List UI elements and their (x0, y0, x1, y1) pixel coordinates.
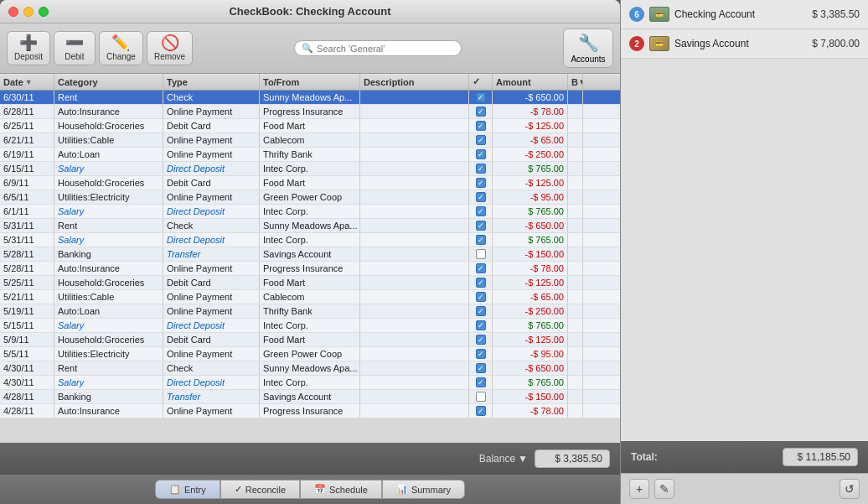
tab-bar: 📋 Entry ✓ Reconcile 📅 Schedule 📊 Summary (0, 475, 620, 504)
table-row[interactable]: 6/15/11 Salary Direct Deposit Intec Corp… (0, 162, 620, 176)
search-box[interactable]: 🔍 (294, 40, 462, 56)
close-button[interactable] (8, 7, 18, 17)
deposit-button[interactable]: ➕ Deposit (7, 31, 50, 65)
checkbox[interactable] (476, 249, 486, 259)
cell-checkbox[interactable] (469, 176, 493, 190)
checkbox[interactable] (476, 149, 486, 159)
cell-checkbox[interactable] (469, 205, 493, 218)
table-row[interactable]: 5/28/11 Banking Transfer Savings Account… (0, 247, 620, 262)
cell-checkbox[interactable] (469, 404, 493, 418)
tab-schedule[interactable]: 📅 Schedule (300, 480, 382, 499)
table-row[interactable]: 6/19/11 Auto:Loan Online Payment Thrifty… (0, 148, 620, 162)
tab-entry[interactable]: 📋 Entry (155, 480, 220, 499)
cell-checkbox[interactable] (469, 304, 493, 318)
change-button[interactable]: ✏️ Change (99, 31, 143, 65)
cell-checkbox[interactable] (469, 219, 493, 232)
accounts-button[interactable]: 🔧 Accounts (563, 29, 613, 68)
table-row[interactable]: 5/9/11 Household:Groceries Debit Card Fo… (0, 333, 620, 347)
checkbox[interactable] (476, 406, 486, 416)
table-row[interactable]: 6/9/11 Household:Groceries Debit Card Fo… (0, 176, 620, 190)
checkbox[interactable] (476, 263, 486, 273)
checkbox[interactable] (476, 235, 486, 245)
table-row[interactable]: 4/30/11 Rent Check Sunny Meadows Apa... … (0, 361, 620, 376)
header-check[interactable]: ✓ (469, 74, 493, 90)
checkbox[interactable] (476, 292, 486, 302)
table-row[interactable]: 5/28/11 Auto:Insurance Online Payment Pr… (0, 262, 620, 276)
refresh-button[interactable]: ↺ (840, 479, 860, 499)
header-tofrom[interactable]: To/From (260, 74, 360, 90)
table-row[interactable]: 4/28/11 Auto:Insurance Online Payment Pr… (0, 404, 620, 418)
cell-checkbox[interactable] (469, 91, 493, 104)
table-row[interactable]: 6/5/11 Utilities:Electricity Online Paym… (0, 190, 620, 205)
checkbox[interactable] (476, 306, 486, 316)
header-date[interactable]: Date ▼ (0, 74, 54, 90)
minimize-button[interactable] (23, 7, 34, 17)
table-row[interactable]: 6/21/11 Utilities:Cable Online Payment C… (0, 133, 620, 148)
cell-checkbox[interactable] (469, 390, 493, 403)
checkbox[interactable] (476, 135, 486, 145)
cell-checkbox[interactable] (469, 148, 493, 161)
header-type[interactable]: Type (163, 74, 260, 90)
table-row[interactable]: 6/1/11 Salary Direct Deposit Intec Corp.… (0, 205, 620, 219)
table-row[interactable]: 4/28/11 Banking Transfer Savings Account… (0, 390, 620, 404)
account-badge: 6 (629, 7, 644, 22)
table-row[interactable]: 5/25/11 Household:Groceries Debit Card F… (0, 276, 620, 290)
checkbox[interactable] (476, 278, 486, 288)
cell-checkbox[interactable] (469, 276, 493, 289)
table-row[interactable]: 6/25/11 Household:Groceries Debit Card F… (0, 119, 620, 133)
maximize-button[interactable] (39, 7, 49, 17)
debit-button[interactable]: ➖ Debit (54, 31, 96, 65)
add-account-button[interactable]: + (629, 479, 649, 499)
table-row[interactable]: 5/5/11 Utilities:Electricity Online Paym… (0, 347, 620, 361)
checkbox[interactable] (476, 92, 486, 102)
checkbox[interactable] (476, 192, 486, 202)
checkbox[interactable] (476, 121, 486, 131)
table-row[interactable]: 5/31/11 Salary Direct Deposit Intec Corp… (0, 233, 620, 247)
checkbox[interactable] (476, 164, 486, 174)
checkbox[interactable] (476, 363, 486, 373)
cell-checkbox[interactable] (469, 319, 493, 332)
header-amount[interactable]: Amount (493, 74, 568, 90)
cell-checkbox[interactable] (469, 361, 493, 375)
cell-checkbox[interactable] (469, 133, 493, 147)
checkbox[interactable] (476, 178, 486, 188)
checkbox[interactable] (476, 206, 486, 216)
table-row[interactable]: 5/21/11 Utilities:Cable Online Payment C… (0, 290, 620, 304)
checkbox[interactable] (476, 221, 486, 231)
cell-checkbox[interactable] (469, 376, 493, 389)
checkbox[interactable] (476, 349, 486, 359)
table-row[interactable]: 6/28/11 Auto:Insurance Online Payment Pr… (0, 105, 620, 119)
edit-account-button[interactable]: ✎ (654, 479, 674, 499)
cell-checkbox[interactable] (469, 247, 493, 261)
cell-checkbox[interactable] (469, 162, 493, 175)
table-row[interactable]: 4/30/11 Salary Direct Deposit Intec Corp… (0, 376, 620, 390)
checkbox[interactable] (476, 392, 486, 402)
remove-button[interactable]: 🚫 Remove (147, 31, 193, 65)
cell-checkbox[interactable] (469, 290, 493, 304)
checkbox[interactable] (476, 335, 486, 345)
cell-checkbox[interactable] (469, 347, 493, 361)
account-item[interactable]: 2 💳 Savings Account $ 7,800.00 (621, 29, 868, 59)
table-row[interactable]: 6/30/11 Rent Check Sunny Meadows Ap... -… (0, 91, 620, 105)
table-row[interactable]: 5/15/11 Salary Direct Deposit Intec Corp… (0, 319, 620, 333)
cell-checkbox[interactable] (469, 233, 493, 247)
table-row[interactable]: 5/31/11 Rent Check Sunny Meadows Apa... … (0, 219, 620, 233)
tab-reconcile[interactable]: ✓ Reconcile (220, 480, 300, 499)
cell-checkbox[interactable] (469, 262, 493, 275)
cell-checkbox[interactable] (469, 190, 493, 204)
checkbox[interactable] (476, 320, 486, 330)
header-description[interactable]: Description (360, 74, 469, 90)
cell-checkbox[interactable] (469, 119, 493, 132)
search-input[interactable] (317, 44, 454, 54)
header-category[interactable]: Category (54, 74, 163, 90)
cell-checkbox[interactable] (469, 333, 493, 346)
change-icon: ✏️ (111, 35, 130, 50)
checkbox[interactable] (476, 107, 486, 117)
account-item[interactable]: 6 💳 Checking Account $ 3,385.50 (621, 0, 868, 29)
table-body[interactable]: 6/30/11 Rent Check Sunny Meadows Ap... -… (0, 91, 620, 443)
tab-summary[interactable]: 📊 Summary (382, 480, 465, 499)
cell-checkbox[interactable] (469, 105, 493, 118)
checkbox[interactable] (476, 377, 486, 387)
cell-category: Rent (54, 219, 163, 232)
table-row[interactable]: 5/19/11 Auto:Loan Online Payment Thrifty… (0, 304, 620, 319)
